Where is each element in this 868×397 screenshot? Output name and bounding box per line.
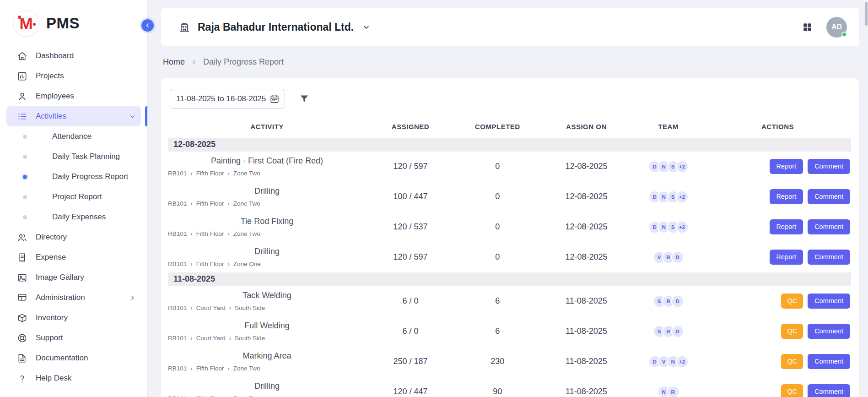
filter-icon[interactable]: [299, 93, 310, 104]
report-button[interactable]: Report: [770, 189, 803, 204]
team-overflow-badge[interactable]: +2: [676, 190, 689, 203]
sidebar-subitem-label: Project Report: [52, 192, 102, 201]
team-cell: DNS+2: [632, 182, 704, 212]
chevron-separator-icon: ›: [227, 261, 229, 267]
assign-on-value: 11-08-2025: [540, 286, 633, 316]
sidebar-subitem-attendance[interactable]: Attendance: [6, 126, 141, 147]
location-segment: Fifth Floor: [196, 200, 224, 207]
col-header-team: TEAM: [632, 117, 704, 138]
logo-dot-icon: [33, 23, 36, 26]
sidebar-item-inventory[interactable]: Inventory: [6, 308, 141, 328]
chevron-separator-icon: ›: [227, 200, 229, 207]
sidebar-item-employees[interactable]: Employees: [6, 86, 141, 106]
sidebar-item-label: Inventory: [36, 313, 68, 322]
chevron-separator-icon: ›: [227, 230, 229, 237]
user-avatar[interactable]: AD: [826, 17, 847, 38]
chevron-separator-icon: ›: [190, 230, 192, 237]
qc-button[interactable]: QC: [781, 324, 803, 339]
comment-button[interactable]: Comment: [808, 384, 850, 397]
activity-row: Full WeldingRB101›Court Yard›South Side6…: [168, 316, 851, 347]
sidebar-item-directory[interactable]: Directory: [6, 227, 141, 247]
team-cell: DNS+2: [632, 152, 704, 182]
bullet-icon: [23, 195, 27, 199]
sidebar-item-label: Dashboard: [36, 51, 74, 60]
company-selector[interactable]: Raja Bahadur International Ltd.: [178, 21, 371, 33]
sidebar-item-label: Help Desk: [36, 374, 71, 383]
actions-group: ReportComment: [704, 250, 851, 265]
bullet-icon: [23, 215, 27, 219]
sidebar-item-label: Activities: [36, 112, 66, 121]
sidebar-item-activities[interactable]: Activities: [6, 106, 141, 126]
team-avatars: NR: [632, 386, 704, 397]
sidebar-item-support[interactable]: Support: [6, 328, 141, 348]
sidebar-item-help-desk[interactable]: Help Desk: [6, 368, 141, 388]
assigned-value: 6 / 0: [366, 316, 455, 347]
col-header-completed: COMPLETED: [455, 117, 540, 138]
location-segment: RB101: [168, 261, 187, 267]
assigned-value: 250 / 187: [366, 347, 455, 377]
activity-row: Marking AreaRB101›Fifth Floor›Zone Two25…: [168, 347, 851, 377]
comment-button[interactable]: Comment: [808, 294, 850, 309]
actions-cell: ReportComment: [704, 182, 851, 212]
report-button[interactable]: Report: [770, 219, 803, 234]
location-segment: Zone Two: [233, 395, 260, 397]
qc-button[interactable]: QC: [781, 354, 803, 369]
breadcrumb-home[interactable]: Home: [163, 57, 185, 67]
sidebar-item-projects[interactable]: Projects: [6, 66, 141, 86]
brand: M PMS: [0, 0, 147, 42]
sidebar-item-documentation[interactable]: Documentation: [6, 348, 141, 368]
completed-value: 6: [455, 316, 540, 347]
activity-title: Tack Welding: [168, 291, 366, 300]
team-cell: SRD: [632, 286, 704, 316]
team-member-avatar[interactable]: R: [667, 386, 679, 397]
table-body: 12-08-2025Painting - First Coat (Fire Re…: [168, 138, 851, 397]
sidebar-subitem-daily-task-planning[interactable]: Daily Task Planning: [6, 147, 141, 167]
qc-button[interactable]: QC: [781, 384, 803, 397]
sidebar-item-expense[interactable]: Expense: [6, 247, 141, 267]
projects-icon: [17, 71, 27, 82]
administration-icon: [17, 293, 27, 303]
page-scrollbar[interactable]: [864, 0, 868, 397]
team-avatars: DNS+2: [632, 160, 704, 173]
location-segment: Fifth Floor: [196, 230, 224, 237]
inventory-icon: [17, 313, 27, 323]
qc-button[interactable]: QC: [781, 294, 803, 309]
apps-grid-icon[interactable]: [802, 22, 813, 33]
comment-button[interactable]: Comment: [808, 354, 850, 369]
logo-dot-icon: [18, 16, 21, 19]
comment-button[interactable]: Comment: [808, 219, 850, 234]
sidebar-subitem-daily-progress-report[interactable]: Daily Progress Report: [6, 167, 141, 187]
report-button[interactable]: Report: [770, 159, 803, 174]
chevron-right-icon: [129, 294, 136, 302]
activities-icon: [17, 111, 27, 122]
location-segment: Court Yard: [196, 305, 226, 311]
team-overflow-badge[interactable]: +2: [676, 160, 689, 173]
comment-button[interactable]: Comment: [808, 324, 850, 339]
team-member-avatar[interactable]: D: [671, 325, 684, 338]
sidebar-subitem-daily-expenses[interactable]: Daily Expenses: [6, 207, 141, 227]
date-range-input[interactable]: 11-08-2025 to 16-08-2025: [170, 89, 285, 109]
activity-title: Painting - First Coat (Fire Red): [168, 156, 366, 166]
support-icon: [17, 333, 27, 343]
chevron-left-icon: [144, 22, 151, 29]
sidebar-item-administration[interactable]: Administration: [6, 288, 141, 308]
comment-button[interactable]: Comment: [808, 159, 850, 174]
sidebar-subitem-project-report[interactable]: Project Report: [6, 187, 141, 207]
team-overflow-badge[interactable]: +2: [676, 355, 689, 368]
chevron-separator-icon: ›: [190, 261, 192, 267]
team-member-avatar[interactable]: D: [671, 295, 684, 308]
team-member-avatar[interactable]: D: [671, 251, 684, 264]
report-button[interactable]: Report: [770, 250, 803, 265]
activity-row: DrillingRB101›Fifth Floor›Zone Two120 / …: [168, 377, 851, 397]
comment-button[interactable]: Comment: [808, 250, 850, 265]
assigned-value: 6 / 0: [366, 286, 455, 316]
comment-button[interactable]: Comment: [808, 189, 850, 204]
content-card: 11-08-2025 to 16-08-2025 ACTIVITY ASSIG: [161, 78, 859, 397]
sidebar-collapse-button[interactable]: [141, 19, 154, 32]
date-group-label: 11-08-2025: [168, 272, 851, 286]
team-overflow-badge[interactable]: +2: [676, 221, 689, 234]
scrollbar-thumb[interactable]: [865, 2, 868, 26]
actions-cell: ReportComment: [704, 152, 851, 182]
sidebar-item-dashboard[interactable]: Dashboard: [6, 46, 141, 66]
sidebar-item-image-gallary[interactable]: Image Gallary: [6, 267, 141, 288]
